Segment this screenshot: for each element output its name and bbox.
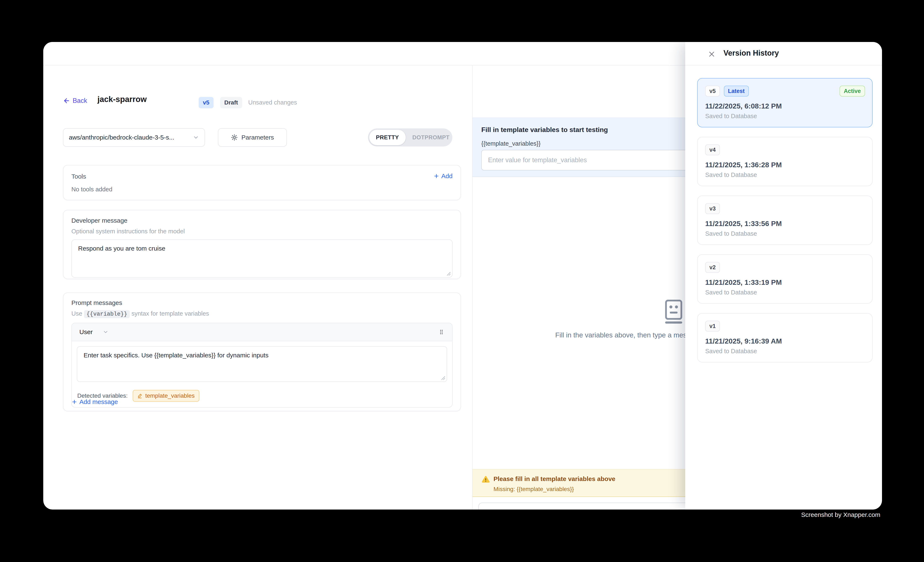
prompt-messages-section: Prompt messages Use {{variable}} syntax … [63,293,461,411]
latest-badge: Latest [724,86,749,97]
version-card-v3[interactable]: v3 11/21/2025, 1:33:56 PM Saved to Datab… [697,196,873,245]
version-card-v4[interactable]: v4 11/21/2025, 1:36:28 PM Saved to Datab… [697,137,873,186]
prompt-messages-title: Prompt messages [71,299,453,306]
toggle-pretty[interactable]: PRETTY [369,130,406,145]
resize-grip-icon[interactable] [441,376,446,380]
active-badge: Active [840,86,865,97]
draft-badge: Draft [220,97,242,108]
version-history-header: Version History [685,42,882,66]
close-icon[interactable] [707,49,716,59]
detected-variables-row: Detected variables: template_variables [72,387,452,407]
version-card-v1[interactable]: v1 11/21/2025, 9:16:39 AM Saved to Datab… [697,313,873,362]
message-block: User Enter task specifics. Use {{templat… [71,323,453,408]
version-card-v5[interactable]: v5 Latest Active 11/22/2025, 6:08:12 PM … [697,78,873,127]
gear-icon [231,134,238,141]
version-chip: v3 [705,203,720,214]
version-badge: v5 [199,97,214,108]
version-timestamp: 11/21/2025, 1:33:19 PM [705,278,865,287]
detected-variable-badge[interactable]: template_variables [133,390,199,402]
version-timestamp: 11/21/2025, 1:36:28 PM [705,161,865,169]
role-value: User [80,329,93,336]
warning-title: Please fill in all template variables ab… [494,475,615,483]
developer-message-subtitle: Optional system instructions for the mod… [71,228,453,235]
version-storage: Saved to Database [705,289,865,296]
add-message-button[interactable]: Add message [71,398,118,405]
variable-syntax-chip: {{variable}} [84,310,130,318]
bot-icon [661,299,687,325]
back-button[interactable]: Back [63,97,87,105]
chevron-down-icon [103,329,109,335]
unsaved-changes-text: Unsaved changes [248,99,297,106]
developer-message-title: Developer message [71,217,453,224]
tools-section: Tools Add No tools added [63,165,461,200]
version-history-panel: Version History v5 Latest Active 11/22/2… [685,42,882,510]
parameters-label: Parameters [241,134,274,141]
tools-empty-text: No tools added [71,186,112,193]
message-content-input[interactable]: Enter task specifics. Use {{template_var… [77,346,447,382]
model-selector[interactable]: aws/anthropic/bedrock-claude-3-5-s... [63,128,205,147]
version-storage: Saved to Database [705,230,865,237]
version-chip: v1 [705,321,720,332]
warning-detail: Missing: {{template_variables}} [494,486,574,493]
drag-handle-icon[interactable] [438,329,445,336]
toggle-dotprompt[interactable]: DOTPROMPT [406,130,456,145]
prompt-messages-subtitle: Use {{variable}} syntax for template var… [71,310,453,317]
app-window: Back jack-sparrow v5 Draft Unsaved chang… [43,42,882,510]
version-chip: v2 [705,262,720,273]
developer-message-section: Developer message Optional system instru… [63,210,461,279]
tools-title: Tools [71,173,453,180]
warning-triangle-icon [482,475,490,484]
template-variable-name: {{template_variables}} [482,140,540,147]
resize-grip-icon[interactable] [446,271,451,276]
template-variables-title: Fill in template variables to start test… [482,126,608,134]
pencil-icon [137,393,143,399]
watermark-text: Screenshot by Xnapper.com [801,511,880,518]
version-storage: Saved to Database [705,348,865,355]
version-timestamp: 11/21/2025, 9:16:39 AM [705,337,865,345]
page-title: jack-sparrow [98,95,147,104]
version-chip: v5 [705,86,720,97]
message-header: User [72,323,452,341]
plus-icon [71,399,77,405]
version-history-title: Version History [723,49,779,57]
developer-message-input[interactable]: Respond as you are tom cruise [71,239,453,278]
add-tool-button[interactable]: Add [434,172,453,179]
back-label: Back [73,97,87,105]
version-storage: Saved to Database [705,172,865,178]
version-card-v2[interactable]: v2 11/21/2025, 1:33:19 PM Saved to Datab… [697,254,873,303]
version-timestamp: 11/22/2025, 6:08:12 PM [705,102,865,110]
parameters-button[interactable]: Parameters [218,128,287,147]
version-chip: v4 [705,144,720,155]
arrow-left-icon [63,97,70,104]
role-select[interactable]: User [80,329,109,336]
chevron-down-icon [193,134,199,140]
version-storage: Saved to Database [705,113,865,120]
format-toggle: PRETTY DOTPROMPT [368,129,452,146]
plus-icon [434,173,440,179]
version-timestamp: 11/21/2025, 1:33:56 PM [705,220,865,228]
model-selector-value: aws/anthropic/bedrock-claude-3-5-s... [69,134,174,141]
